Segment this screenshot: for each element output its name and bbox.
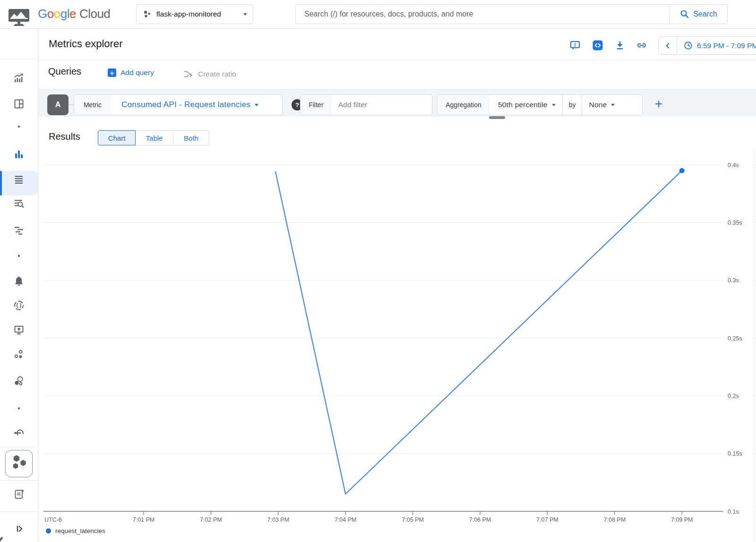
y-tick-label: 0.35s — [728, 220, 742, 226]
x-tick-label: 7:03 PM — [267, 517, 290, 523]
legend-item[interactable]: request_latencies — [46, 527, 105, 534]
x-tick-label: 7:02 PM — [200, 517, 222, 523]
y-tick-label: 0.1s — [728, 508, 739, 515]
series-line — [275, 170, 682, 494]
y-tick-label: 0.3s — [728, 277, 739, 284]
timezone-label: UTC-6 — [44, 517, 62, 523]
y-tick-label: 0.2s — [728, 393, 739, 399]
y-tick-label: 0.25s — [728, 335, 742, 342]
legend-label: request_latencies — [55, 527, 105, 534]
latency-line-chart[interactable]: 0.4s0.35s0.3s0.25s0.2s0.15s0.1s7:01 PM7:… — [0, 0, 756, 542]
x-tick-label: 7:01 PM — [133, 517, 155, 523]
y-tick-label: 0.4s — [728, 162, 739, 169]
x-tick-label: 7:05 PM — [402, 517, 424, 523]
legend-dot — [46, 528, 51, 534]
y-tick-label: 0.15s — [728, 450, 742, 457]
x-tick-label: 7:07 PM — [536, 517, 558, 523]
x-tick-label: 7:09 PM — [671, 517, 693, 523]
x-tick-label: 7:06 PM — [469, 517, 491, 523]
x-tick-label: 7:08 PM — [604, 517, 626, 523]
x-tick-label: 7:04 PM — [335, 517, 357, 523]
series-end-dot — [679, 168, 685, 173]
